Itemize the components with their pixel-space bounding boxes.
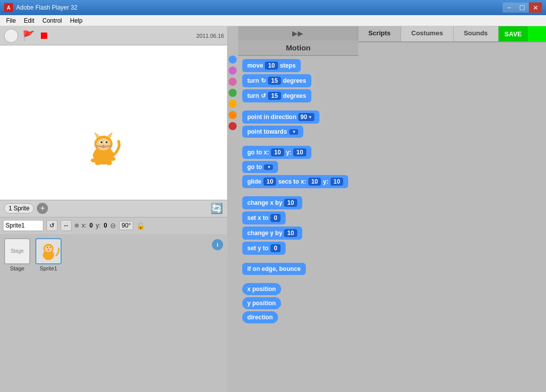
block-point-towards-dropdown[interactable]: ▼ bbox=[289, 129, 298, 135]
svg-point-31 bbox=[48, 249, 49, 250]
menu-edit[interactable]: Edit bbox=[20, 16, 38, 25]
expand-button[interactable]: ▶▶ bbox=[238, 26, 358, 40]
block-point-dir-dropdown[interactable]: 90 ▼ bbox=[298, 113, 314, 121]
sprite1-thumb[interactable]: Sprite1 bbox=[35, 238, 62, 271]
title-bar: A Adobe Flash Player 32 − ☐ ✕ bbox=[0, 0, 546, 15]
scripts-canvas[interactable] bbox=[358, 42, 546, 392]
block-glide-yval[interactable]: 10 bbox=[331, 178, 343, 186]
green-flag-button[interactable]: 🚩 bbox=[22, 30, 35, 42]
block-glide-xval[interactable]: 10 bbox=[308, 178, 321, 186]
svg-point-13 bbox=[102, 145, 104, 147]
tab-scripts[interactable]: Scripts bbox=[358, 26, 401, 41]
svg-point-26 bbox=[45, 245, 52, 252]
x-value: 0 bbox=[89, 222, 93, 229]
block-set-x[interactable]: set x to 0 bbox=[242, 211, 286, 225]
block-x-pos-label: x position bbox=[247, 286, 276, 293]
flip-h-button[interactable]: ↔ bbox=[61, 220, 72, 231]
block-glide[interactable]: glide 10 secs to x: 10 y: 10 bbox=[242, 175, 348, 188]
tab-costumes[interactable]: Costumes bbox=[401, 26, 454, 41]
sprite-info-bar: ↺ ↔ x: 0 y: 0 ⊖ 90° 🔒 bbox=[0, 217, 227, 234]
control-color-dot[interactable] bbox=[229, 67, 237, 75]
x-label: x: bbox=[82, 222, 86, 229]
block-point-towards[interactable]: point towards ▼ bbox=[242, 126, 303, 138]
block-point-towards-label: point towards bbox=[247, 128, 287, 135]
add-sprite-button[interactable]: + bbox=[37, 203, 48, 214]
app-content: 🚩 ⏹ 2011.06.16 bbox=[0, 26, 546, 392]
block-y-pos-label: y position bbox=[247, 300, 276, 307]
block-y-position[interactable]: y position bbox=[242, 297, 281, 309]
block-if-edge-label: if on edge, bounce bbox=[247, 265, 301, 272]
app-icon: A bbox=[4, 3, 13, 12]
svg-point-29 bbox=[47, 247, 48, 248]
block-go-xy-yval[interactable]: 10 bbox=[293, 148, 306, 156]
block-direction-label: direction bbox=[247, 314, 273, 321]
svg-text:A: A bbox=[7, 5, 10, 11]
block-glide-ylabel: y: bbox=[323, 178, 329, 185]
svg-point-23 bbox=[110, 157, 116, 161]
rotate-button[interactable]: ↺ bbox=[46, 220, 58, 231]
more-blocks-color-dot[interactable] bbox=[229, 122, 237, 130]
angle-display: 90° bbox=[119, 221, 133, 230]
blocks-category-title: Motion bbox=[238, 40, 358, 56]
block-change-y-value[interactable]: 10 bbox=[284, 229, 297, 237]
close-button[interactable]: ✕ bbox=[529, 3, 542, 13]
block-change-x-label: change x by bbox=[247, 199, 282, 206]
svg-point-30 bbox=[49, 247, 50, 248]
swirl-icon: 🔄 bbox=[210, 202, 223, 214]
save-button[interactable]: SAVE bbox=[499, 26, 528, 41]
block-set-y-value[interactable]: 0 bbox=[270, 244, 281, 252]
restore-button[interactable]: ☐ bbox=[516, 3, 529, 13]
block-move-value[interactable]: 10 bbox=[265, 62, 278, 70]
svg-point-8 bbox=[96, 138, 111, 150]
sprite-count: 1 Sprite bbox=[4, 203, 34, 213]
menu-file[interactable]: File bbox=[2, 16, 20, 25]
angle-minus-icon: ⊖ bbox=[110, 221, 116, 230]
block-go-to[interactable]: go to ▼ bbox=[242, 161, 278, 173]
sound-color-dot[interactable] bbox=[229, 78, 237, 86]
color-sidebar bbox=[227, 26, 238, 392]
block-go-xy-xval[interactable]: 10 bbox=[271, 148, 284, 156]
variables-color-dot[interactable] bbox=[229, 111, 237, 119]
block-point-direction[interactable]: point in direction 90 ▼ bbox=[242, 110, 319, 124]
block-set-y[interactable]: set y to 0 bbox=[242, 242, 286, 255]
pen-color-dot[interactable] bbox=[229, 89, 237, 97]
block-move-suffix: steps bbox=[280, 62, 296, 69]
block-set-x-value[interactable]: 0 bbox=[270, 214, 281, 222]
block-turn-cw-suffix: degrees bbox=[283, 77, 306, 84]
block-x-position[interactable]: x position bbox=[242, 283, 281, 295]
tab-sounds[interactable]: Sounds bbox=[454, 26, 499, 41]
block-go-to-xy[interactable]: go to x: 10 y: 10 bbox=[242, 146, 311, 159]
block-change-x-value[interactable]: 10 bbox=[284, 199, 297, 207]
stage-thumb[interactable]: Stage Stage bbox=[4, 238, 30, 271]
block-direction[interactable]: direction bbox=[242, 311, 278, 323]
app-title: Adobe Flash Player 32 bbox=[16, 4, 77, 11]
block-change-y[interactable]: change y by 10 bbox=[242, 227, 302, 240]
block-turn-cw-label: turn bbox=[247, 77, 259, 84]
block-set-x-label: set x to bbox=[247, 214, 268, 221]
stage-label: Stage bbox=[10, 265, 25, 271]
block-move-steps[interactable]: move 10 steps bbox=[242, 59, 301, 72]
block-turn-ccw-value[interactable]: 15 bbox=[268, 92, 281, 100]
block-move-label: move bbox=[247, 62, 263, 69]
menu-help[interactable]: Help bbox=[66, 16, 87, 25]
minimize-button[interactable]: − bbox=[503, 3, 516, 13]
rotate-dot bbox=[75, 223, 79, 228]
motion-color-dot[interactable] bbox=[229, 55, 237, 64]
stop-button[interactable]: ⏹ bbox=[39, 30, 49, 41]
block-change-x[interactable]: change x by 10 bbox=[242, 196, 302, 209]
block-go-to-dropdown[interactable]: ▼ bbox=[264, 164, 273, 170]
info-button[interactable]: i bbox=[212, 239, 223, 250]
turn-cw-icon: ↻ bbox=[261, 77, 266, 84]
block-glide-secs[interactable]: 10 bbox=[263, 178, 276, 186]
sprite-name-input[interactable] bbox=[3, 220, 43, 231]
stage-thumb-box[interactable]: Stage bbox=[4, 238, 30, 264]
lock-icon: 🔒 bbox=[136, 221, 145, 230]
block-turn-cw-value[interactable]: 15 bbox=[268, 77, 281, 85]
block-turn-ccw[interactable]: turn ↺ 15 degrees bbox=[242, 89, 311, 102]
block-if-edge[interactable]: if on edge, bounce bbox=[242, 263, 306, 275]
block-turn-cw[interactable]: turn ↻ 15 degrees bbox=[242, 74, 311, 87]
operators-color-dot[interactable] bbox=[229, 100, 237, 108]
block-turn-ccw-label: turn bbox=[247, 92, 259, 99]
sprite1-thumb-box[interactable] bbox=[35, 238, 62, 264]
menu-control[interactable]: Control bbox=[38, 16, 66, 25]
